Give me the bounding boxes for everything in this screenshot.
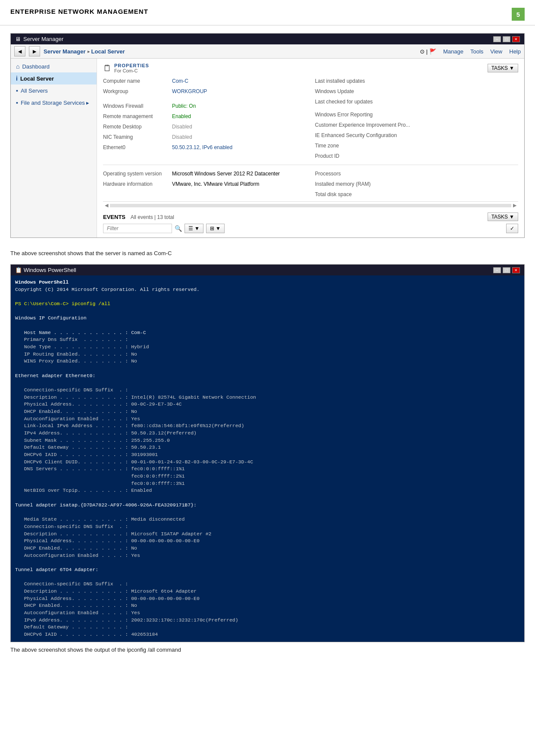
toolbar-right: ⊙ | 🚩 Manage Tools View Help <box>420 48 521 55</box>
view-button[interactable]: View <box>490 48 502 55</box>
prop-value[interactable]: Public: On <box>172 102 307 110</box>
ps-minimize-button[interactable]: – <box>493 267 501 273</box>
prop-value <box>384 91 519 93</box>
prop-label: Product ID <box>315 152 384 160</box>
sidebar-item-local-server[interactable]: i Local Server <box>11 72 97 84</box>
prop-value <box>384 183 519 186</box>
prop-last-installed: Last installed updates <box>315 76 519 86</box>
sidebar-item-dashboard[interactable]: ⌂ Dashboard <box>11 60 97 72</box>
all-servers-icon: ▪ <box>16 87 18 94</box>
tasks-dropdown-icon: ▼ <box>509 65 514 71</box>
scroll-area: ◀ ▶ <box>103 201 518 209</box>
scroll-left-arrow[interactable]: ◀ <box>105 203 108 208</box>
prop-label: Workgroup <box>103 87 172 96</box>
scroll-right-arrow[interactable]: ▶ <box>513 203 516 208</box>
caption2: The above screenshot shows the output of… <box>0 647 535 653</box>
ps-line: fec0:0:0:ffff::3%1 <box>15 480 520 487</box>
tasks-label: TASKS <box>491 214 508 220</box>
ps-maximize-button[interactable]: □ <box>503 267 510 273</box>
caption1: The above screenshot shows that the serv… <box>0 250 535 256</box>
prop-firewall: Windows Firewall Public: On <box>103 101 307 111</box>
prop-value[interactable]: Disabled <box>172 122 307 131</box>
window-controls: – □ ✕ <box>493 36 520 42</box>
prop-value[interactable]: Enabled <box>172 112 307 121</box>
ps-line: Connection-specific DNS Suffix . : <box>15 581 520 588</box>
events-label: EVENTS <box>103 214 125 220</box>
ps-line: fec0:0:0:ffff::2%1 <box>15 473 520 480</box>
prop-value[interactable]: WORKGROUP <box>172 87 307 96</box>
filter-input[interactable] <box>103 224 172 233</box>
prop-value <box>384 173 519 175</box>
sidebar-item-file-storage[interactable]: ▪ File and Storage Services ▸ <box>11 97 97 109</box>
ps-line: DHCPv6 Client DUID. . . . . . . . : 00-0… <box>15 459 520 466</box>
prop-label: Windows Error Reporting <box>315 110 384 119</box>
sm-sidebar: ⌂ Dashboard i Local Server ▪ All Servers… <box>11 59 97 237</box>
scroll-bar[interactable] <box>110 204 511 207</box>
prop-label: Remote Desktop <box>103 122 172 131</box>
back-button[interactable]: ◀ <box>14 46 25 56</box>
ps-line: Windows IP Configuration <box>15 315 520 322</box>
ps-close-button[interactable]: ✕ <box>512 267 520 273</box>
ps-line: IP Routing Enabled. . . . . . . . : No <box>15 351 520 358</box>
search-area: ⊙ | 🚩 <box>420 48 436 55</box>
props-left: Computer name Com-C Workgroup WORKGROUP … <box>103 76 307 161</box>
tasks-button[interactable]: TASKS ▼ <box>488 64 518 72</box>
ps-line: DHCP Enabled. . . . . . . . . . . : No <box>15 545 520 552</box>
prop-label: Last installed updates <box>315 77 384 85</box>
tools-button[interactable]: Tools <box>470 48 483 55</box>
sidebar-item-all-servers[interactable]: ▪ All Servers <box>11 84 97 97</box>
ps-line <box>15 494 520 502</box>
prop-value[interactable]: Com-C <box>172 77 307 85</box>
maximize-button[interactable]: □ <box>503 36 510 42</box>
prop-value <box>384 194 519 196</box>
properties-section-label: 🗒 PROPERTIES For Com-C <box>103 63 149 73</box>
ps-line: Connection-specific DNS Suffix . : <box>15 387 520 394</box>
back-icon: ◀ <box>18 49 22 54</box>
filter-view-button[interactable]: ☰ ▼ <box>185 224 203 233</box>
breadcrumb-page[interactable]: Local Server <box>91 48 125 55</box>
filter-group-button[interactable]: ⊞ ▼ <box>206 224 225 233</box>
prop-label: Computer name <box>103 77 172 85</box>
properties-grid: Computer name Com-C Workgroup WORKGROUP … <box>103 76 518 161</box>
prop-label: Processors <box>315 169 384 178</box>
minimize-button[interactable]: – <box>493 36 501 42</box>
events-tasks-button[interactable]: TASKS ▼ <box>488 212 518 221</box>
forward-button[interactable]: ▶ <box>29 46 40 56</box>
ps-line: DHCPv6 IAID . . . . . . . . . . . : 3019… <box>15 451 520 459</box>
help-button[interactable]: Help <box>509 48 521 55</box>
group-icon: ⊞ <box>210 225 214 231</box>
titlebar-left: 🖥 Server Manager <box>15 36 63 42</box>
breadcrumb: Server Manager ▸ Local Server <box>44 48 416 55</box>
ps-line: WINS Proxy Enabled. . . . . . . . : No <box>15 358 520 365</box>
ps-line: Copyright (C) 2014 Microsoft Corporation… <box>15 286 520 294</box>
ps-line: IPv6 Address. . . . . . . . . . . : 2002… <box>15 617 520 624</box>
properties-header: 🗒 PROPERTIES For Com-C TASKS ▼ <box>103 63 518 73</box>
ps-line: Default Gateway . . . . . . . . . : <box>15 624 520 631</box>
properties-for: For Com-C <box>114 68 149 73</box>
ps-line: Physical Address. . . . . . . . . : 00-0… <box>15 401 520 408</box>
props-right: Last installed updates Windows Update La… <box>315 76 519 161</box>
prop-os-version: Operating system version Microsoft Windo… <box>103 169 307 179</box>
prop-value <box>384 134 519 137</box>
dashboard-icon: ⌂ <box>16 63 19 70</box>
prop-value[interactable]: Disabled <box>172 133 307 141</box>
prop-disk: Total disk space <box>315 189 519 200</box>
prop-value <box>384 124 519 127</box>
close-button[interactable]: ✕ <box>512 36 520 42</box>
ps-line <box>15 574 520 581</box>
prop-label: Customer Experience Improvement Pro... <box>315 121 384 129</box>
prop-value <box>384 101 519 103</box>
prop-label: Installed memory (RAM) <box>315 180 384 188</box>
prop-value[interactable]: 50.50.23.12, IPv6 enabled <box>172 143 307 152</box>
ps-line: Description . . . . . . . . . . . : Inte… <box>15 394 520 401</box>
sm-main: 🗒 PROPERTIES For Com-C TASKS ▼ <box>97 59 524 237</box>
breadcrumb-base[interactable]: Server Manager <box>44 48 86 55</box>
filter-ok-button[interactable]: ✓ <box>506 224 518 233</box>
ps-icon: 📋 <box>15 267 22 273</box>
ps-window-controls: – □ ✕ <box>493 267 520 273</box>
prop-last-checked: Last checked for updates <box>315 97 519 107</box>
manage-button[interactable]: Manage <box>443 48 463 55</box>
ps-line <box>15 322 520 329</box>
prop-label: NIC Teaming <box>103 133 172 141</box>
events-label-area: EVENTS All events | 13 total <box>103 214 174 220</box>
